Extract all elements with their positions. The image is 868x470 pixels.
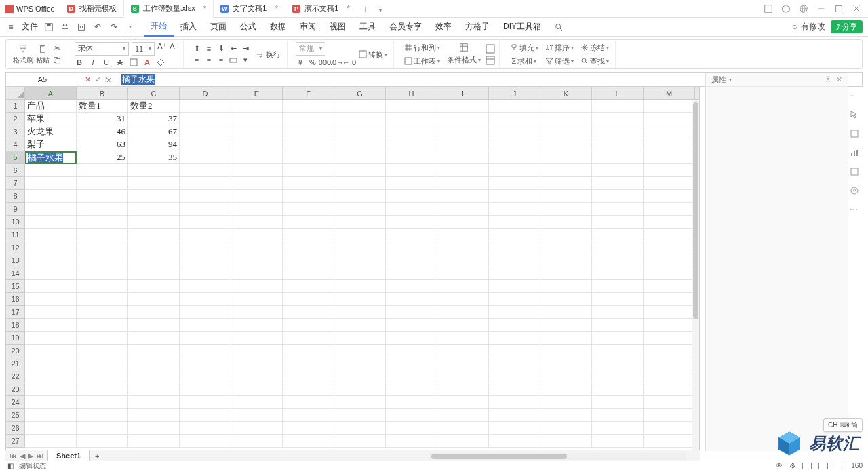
cell[interactable] [644,151,695,164]
cell[interactable]: 产品 [25,100,77,113]
eye-icon[interactable]: 👁 [776,462,783,469]
cell[interactable] [25,190,77,203]
row-header[interactable]: 15 [6,280,25,293]
cell[interactable] [77,332,128,345]
cell[interactable] [180,216,231,229]
cell[interactable] [180,241,231,254]
cell[interactable] [180,409,231,422]
cell[interactable] [592,216,644,229]
cell[interactable] [283,293,334,306]
column-header[interactable]: G [334,87,386,99]
row-header[interactable]: 7 [6,177,25,190]
cell[interactable] [128,280,180,293]
cell[interactable] [180,345,231,357]
align-top-icon[interactable]: ⬆ [192,44,201,54]
cell[interactable] [128,190,180,203]
cell[interactable] [25,357,77,370]
cell[interactable] [437,125,489,138]
cell[interactable] [540,113,592,125]
cell[interactable] [644,422,695,435]
cell[interactable] [386,396,437,409]
increase-font-icon[interactable]: A⁺ [157,42,167,52]
cell[interactable] [231,357,283,370]
row-header[interactable]: 12 [6,241,25,254]
cell[interactable] [283,177,334,190]
cell[interactable] [77,306,128,319]
cell[interactable] [231,267,283,280]
cell[interactable] [644,409,695,422]
cell[interactable]: 数量1 [77,100,128,113]
cell[interactable] [180,396,231,409]
cell[interactable] [540,229,592,241]
freeze-button[interactable]: 冻结▾ [578,42,611,54]
row-header[interactable]: 17 [6,306,25,319]
cell[interactable] [283,241,334,254]
cell[interactable] [180,267,231,280]
cell[interactable] [592,332,644,345]
cell[interactable] [592,293,644,306]
row-header[interactable]: 4 [6,138,25,151]
cell[interactable] [25,293,77,306]
close-button[interactable] [852,4,861,14]
cell[interactable] [334,332,386,345]
column-header[interactable]: D [180,87,231,99]
cell[interactable] [231,190,283,203]
cell[interactable] [592,125,644,138]
cell[interactable] [592,241,644,254]
cell[interactable] [437,280,489,293]
cell[interactable] [180,422,231,435]
cell[interactable]: 火龙果 [25,125,77,138]
decrease-font-icon[interactable]: A⁻ [170,42,179,52]
cell[interactable] [540,435,592,448]
cell[interactable] [334,435,386,448]
cell[interactable] [283,229,334,241]
cell[interactable] [180,293,231,306]
cell[interactable] [489,319,540,332]
cell[interactable] [489,383,540,396]
cell[interactable] [489,370,540,383]
cell[interactable] [283,113,334,125]
cell[interactable] [334,100,386,113]
table-insert-icon[interactable] [459,43,469,52]
minimize-button[interactable] [816,4,826,14]
cell[interactable] [644,138,695,151]
row-header[interactable]: 18 [6,319,25,332]
cell[interactable] [128,332,180,345]
cell[interactable] [489,357,540,370]
cell[interactable] [644,396,695,409]
cell[interactable] [77,319,128,332]
cell[interactable] [592,396,644,409]
box-icon[interactable] [764,4,773,14]
cell[interactable] [437,151,489,164]
cell[interactable] [283,345,334,357]
cell[interactable] [231,280,283,293]
save-icon[interactable] [43,22,54,33]
column-header[interactable]: L [592,87,644,99]
cell[interactable] [489,241,540,254]
cell[interactable] [386,357,437,370]
cell[interactable] [231,396,283,409]
cell[interactable]: 25 [77,151,128,164]
vertical-scrollbar[interactable] [692,100,699,450]
cell[interactable] [386,422,437,435]
cell[interactable] [25,241,77,254]
cell[interactable] [180,435,231,448]
cell[interactable] [231,164,283,177]
cell[interactable] [489,422,540,435]
cell[interactable] [231,229,283,241]
cell[interactable] [540,370,592,383]
cell[interactable] [231,125,283,138]
cell[interactable] [25,254,77,267]
cell[interactable] [128,319,180,332]
cell[interactable] [540,409,592,422]
qat-dropdown[interactable]: ▾ [125,22,136,33]
cell[interactable] [489,280,540,293]
indent-dec-icon[interactable]: ⇤ [229,44,238,54]
cell[interactable] [25,177,77,190]
cell[interactable] [180,190,231,203]
cell[interactable] [386,319,437,332]
cell[interactable] [25,319,77,332]
view-page-icon[interactable] [818,463,828,469]
cell[interactable] [25,280,77,293]
cell[interactable] [489,332,540,345]
